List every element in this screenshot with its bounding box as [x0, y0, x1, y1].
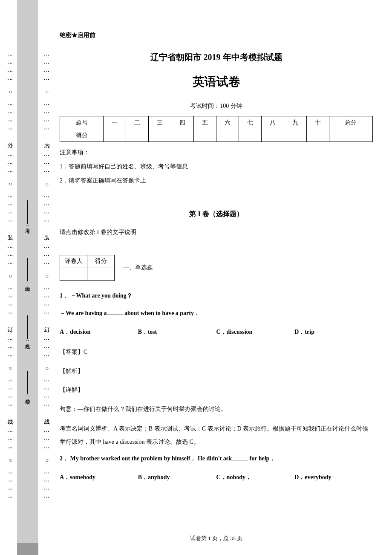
score-header-cell: 八: [261, 116, 284, 129]
q2-line1: 2． My brother worked out the problem by …: [60, 453, 373, 465]
q2-option-d: D．everybody: [294, 472, 373, 483]
q1-number: 1．: [60, 292, 69, 299]
score-value-cell: [149, 129, 171, 142]
q1-option-c: C．discussion: [216, 327, 295, 338]
q1-explain-label: 【解析】: [60, 366, 373, 377]
score-header-cell: 总分: [329, 116, 372, 129]
score-table-value-row: 得分: [60, 129, 373, 142]
score-value-cell: [329, 129, 372, 142]
score-header-cell: 六: [216, 116, 239, 129]
q1-option-d-text: D．trip: [294, 329, 314, 335]
score-value-cell: [171, 129, 194, 142]
score-header-cell: 九: [284, 116, 306, 129]
q1-detail-label: 【详解】: [60, 384, 373, 396]
score-header-cell: 三: [149, 116, 171, 129]
q2-text-a: My brother worked out the problem by him…: [70, 455, 232, 462]
grader-row: 评卷人 得分 一、单选题: [60, 255, 373, 281]
exam-time: 考试时间：100 分钟: [60, 101, 373, 112]
q1-analysis: 考查名词词义辨析。A 表示决定；B 表示测试、考试；C 表示讨论；D 表示旅行。…: [60, 422, 373, 449]
notice-item-2: 2．请将答案正确填写在答题卡上: [60, 175, 373, 187]
title-line-1: 辽宁省朝阳市 2019 年中考模拟试题: [60, 49, 373, 65]
grader-cell-empty: [87, 268, 115, 281]
score-value-cell: [306, 129, 329, 142]
score-header-cell: 五: [194, 116, 216, 129]
q2-option-c: C．nobody．: [216, 472, 295, 483]
q1-text: －What are you doing？: [70, 292, 133, 299]
q1-option-b: B．test: [138, 327, 216, 338]
section-1-title: 第 I 卷（选择题）: [60, 208, 373, 220]
score-value-cell: 得分: [60, 129, 104, 142]
q1-meaning: 句意：—你们在做什么？我们在进行关于何时举办聚会的讨论。: [60, 404, 373, 415]
q1-line1: 1． －What are you doing？: [60, 290, 373, 302]
q1-option-a-text: A．decision: [60, 329, 90, 335]
grader-cell-reviewer: 评卷人: [60, 255, 87, 268]
score-value-cell: [104, 129, 126, 142]
q2-number: 2．: [60, 455, 69, 462]
q2-option-a: A．somebody: [60, 472, 138, 483]
label-school: 学校:: [24, 371, 31, 396]
margin-gray-bar-dark: [17, 543, 38, 555]
score-value-cell: [284, 129, 306, 142]
notice-item-1: 1．答题前填写好自己的姓名、班级、考号等信息: [60, 161, 373, 173]
q1-line2-prefix: －We are having a: [60, 310, 107, 316]
q2-option-b: B．anybody: [138, 472, 216, 483]
score-header-cell: 一: [104, 116, 126, 129]
score-header-cell: 四: [171, 116, 194, 129]
score-value-cell: [216, 129, 239, 142]
q1-options: A．decision B．test C．discussion D．trip: [60, 327, 373, 338]
q1-option-c-text: C．discussion: [216, 329, 253, 335]
confidential-line: 绝密★启用前: [60, 30, 373, 41]
q2-text-b: for help．: [248, 455, 275, 462]
q1-answer: 【答案】C: [60, 347, 373, 358]
q1-blank: [107, 310, 123, 315]
label-school-text: 学校:: [24, 395, 31, 396]
section-1-desc: 请点击修改第 I 卷的文字说明: [60, 227, 373, 238]
score-header-cell: 题号: [60, 116, 104, 129]
score-value-cell: [239, 129, 261, 142]
page-content: 绝密★启用前 辽宁省朝阳市 2019 年中考模拟试题 英语试卷 考试时间：100…: [60, 30, 373, 546]
part-label: 一、单选题: [123, 262, 153, 274]
grader-cell-empty: [60, 268, 87, 281]
score-header-cell: 十: [306, 116, 329, 129]
q1-option-d: D．trip: [294, 327, 373, 338]
score-header-cell: 七: [239, 116, 261, 129]
title-line-2: 英语试卷: [60, 70, 373, 93]
grader-cell-score: 得分: [87, 255, 115, 268]
label-name: 姓名:: [24, 315, 31, 341]
page-footer: 试卷第 1 页，总 35 页: [60, 533, 373, 544]
q1-line2-suffix: about when to have a party．: [123, 310, 200, 316]
score-value-cell: [261, 129, 284, 142]
label-examno: 考号:: [24, 200, 31, 226]
label-name-text: 姓名:: [24, 340, 31, 341]
q1-line2: －We are having a about when to have a pa…: [60, 308, 373, 319]
label-class: 班级:: [24, 258, 31, 283]
margin-outer-binding: ⋮⋮⋮⋮ ○ ⋮⋮⋮⋮ 外 ⋮⋮⋮⋮ ○ ⋮⋮⋮⋮ 装 ⋮⋮⋮⋮ ○ ⋮⋮⋮⋮ …: [5, 0, 15, 555]
score-value-cell: [194, 129, 216, 142]
score-header-cell: 二: [126, 116, 149, 129]
label-examno-text: 考号:: [24, 225, 31, 226]
q2-options: A．somebody B．anybody C．nobody． D．everybo…: [60, 472, 373, 483]
score-value-cell: [126, 129, 149, 142]
margin-inner-binding: ⋮⋮⋮⋮ ○ ⋮⋮⋮⋮ 内 ⋮⋮⋮⋮ ○ ⋮⋮⋮⋮ 装 ⋮⋮⋮⋮ ○ ⋮⋮⋮⋮ …: [42, 0, 52, 555]
q2-blank: [232, 455, 248, 460]
score-table: 题号 一 二 三 四 五 六 七 八 九 十 总分 得分: [60, 116, 373, 142]
grader-table: 评卷人 得分: [60, 255, 115, 281]
notice-title: 注意事项：: [60, 147, 373, 159]
q1-option-a: A．decision: [60, 327, 138, 338]
score-table-header-row: 题号 一 二 三 四 五 六 七 八 九 十 总分: [60, 116, 373, 129]
q1-option-b-text: B．test: [138, 329, 157, 335]
label-class-text: 班级:: [24, 282, 31, 283]
